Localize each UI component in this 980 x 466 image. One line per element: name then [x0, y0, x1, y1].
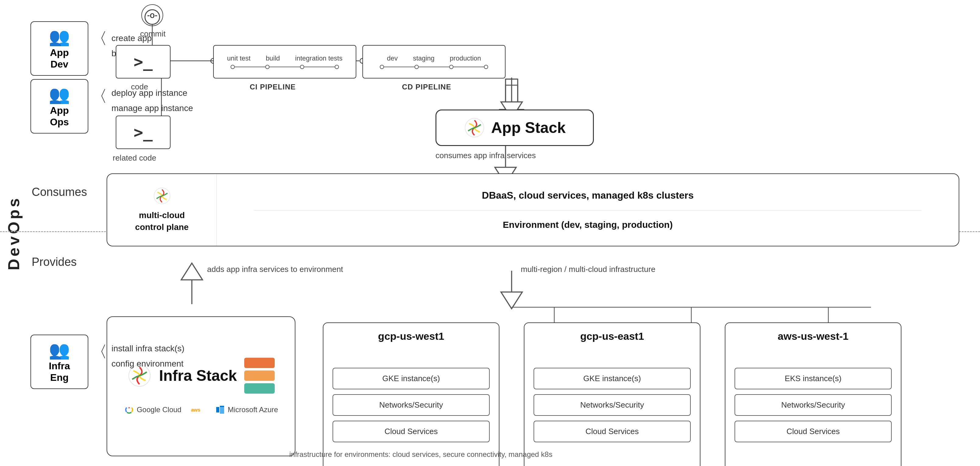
cp-left: multi-cloudcontrol plane	[107, 174, 217, 246]
cd-stage-staging: staging	[413, 54, 434, 62]
cp-divider	[254, 210, 921, 211]
diagram-container: DevOps 👥 AppDev 〈 create app build app 👥…	[0, 0, 980, 466]
region-gcp-east1-title: gcp-us-east1	[524, 323, 700, 348]
app-ops-bracket: 〈	[91, 88, 107, 104]
aws-icon: aws	[191, 405, 206, 414]
region-gcp-west1-services: GKE instance(s) Networks/Security Cloud …	[323, 348, 499, 466]
app-ops-icon: 👥	[37, 84, 82, 105]
ci-stage-build: build	[266, 54, 280, 62]
control-plane-box: multi-cloudcontrol plane DBaaS, cloud se…	[107, 173, 959, 246]
cd-stage-production: production	[450, 54, 481, 62]
stack-block-teal	[244, 383, 275, 394]
related-code-label: related code	[113, 153, 156, 163]
ci-line-1	[235, 67, 265, 67]
infra-eng-actions: install infra stack(s) config environmen…	[111, 344, 185, 369]
svg-marker-29	[501, 292, 522, 309]
app-stack-title: App Stack	[491, 119, 566, 136]
adds-infra-label: adds app infra services to environment	[207, 265, 343, 274]
code-terminal-symbol: >_	[134, 52, 153, 71]
gcp-west1-service-1: GKE instance(s)	[332, 368, 490, 389]
stack-block-orange2	[244, 371, 275, 381]
app-ops-action-2: manage app instance	[111, 103, 193, 113]
cd-dot-1	[380, 65, 384, 69]
region-gcp-east1: gcp-us-east1 GKE instance(s) Networks/Se…	[524, 322, 700, 466]
ci-pipeline-label: CI PIPELINE	[250, 83, 296, 91]
multi-region-text: multi-region / multi-cloud infrastructur…	[521, 265, 655, 274]
region-aws-west1-title: aws-us-west-1	[725, 323, 901, 348]
adds-infra-text: adds app infra services to environment	[207, 265, 343, 274]
cp-crossplane-logo	[153, 187, 171, 205]
ci-dot-1	[231, 65, 235, 69]
app-stack-crossplane-logo	[464, 117, 485, 138]
ci-dot-3	[300, 65, 304, 69]
ci-stages-row: unit test build integration tests	[227, 54, 343, 62]
provides-label: Provides	[32, 255, 77, 269]
region-gcp-west1: gcp-us-west1 GKE instance(s) Networks/Se…	[323, 322, 500, 466]
infra-stack-blocks	[244, 358, 275, 394]
cd-dot-3	[449, 65, 453, 69]
app-dev-label: AppDev	[37, 47, 82, 70]
google-cloud-icon	[124, 404, 134, 415]
azure-label: Microsoft Azure	[228, 406, 278, 414]
app-dev-box: 👥 AppDev	[30, 21, 88, 76]
region-gcp-west1-title: gcp-us-west1	[323, 323, 499, 348]
cd-pipeline-box: dev staging production	[363, 45, 506, 78]
devops-label: DevOps	[5, 196, 23, 270]
ci-line-3	[304, 67, 335, 67]
cp-title: multi-cloudcontrol plane	[135, 209, 189, 233]
cd-dots-row	[380, 65, 488, 69]
cd-pipeline-label: CD PIPELINE	[402, 83, 451, 91]
azure-icon	[215, 404, 225, 415]
infra-eng-bracket: 〈	[91, 344, 107, 360]
ci-pipeline-box: unit test build integration tests	[213, 45, 356, 78]
commit-label: commit	[140, 29, 165, 39]
infra-eng-box: 👥 InfraEng	[30, 334, 88, 389]
gcp-west1-service-2: Networks/Security	[332, 394, 490, 416]
cd-stage-dev: dev	[387, 54, 398, 62]
cp-environment: Environment (dev, staging, production)	[503, 220, 673, 230]
cp-right: DBaaS, cloud services, managed k8s clust…	[217, 174, 959, 246]
app-ops-actions: deploy app instance manage app instance	[111, 88, 193, 113]
svg-text:aws: aws	[191, 407, 200, 412]
ci-dot-2	[265, 65, 269, 69]
commit-icon: -o-	[141, 4, 163, 26]
cd-line-1	[384, 67, 414, 67]
svg-rect-38	[216, 407, 219, 412]
cd-stages-row: dev staging production	[387, 54, 481, 62]
aws-west1-service-3: Cloud Services	[735, 421, 892, 442]
cloud-logos: Google Cloud aws Microsoft Azure	[124, 404, 278, 415]
svg-marker-27	[181, 263, 202, 280]
infra-eng-group: 👥 InfraEng 〈 install infra stack(s) conf…	[30, 334, 185, 389]
region-aws-west1: aws-us-west-1 EKS instance(s) Networks/S…	[725, 322, 901, 466]
cd-dot-4	[484, 65, 488, 69]
app-stack-box: App Stack	[436, 109, 594, 146]
gcp-east1-service-3: Cloud Services	[533, 421, 691, 442]
ci-stage-integration: integration tests	[295, 54, 342, 62]
code-label: code	[131, 82, 148, 92]
devops-sidebar: DevOps	[0, 0, 27, 466]
google-cloud-logo: Google Cloud	[124, 404, 181, 415]
related-code-terminal-symbol: >_	[134, 123, 153, 141]
infra-eng-action-1: install infra stack(s)	[111, 344, 185, 353]
app-dev-icon: 👥	[37, 27, 82, 47]
ci-stage-unittest: unit test	[227, 54, 251, 62]
gcp-east1-service-1: GKE instance(s)	[533, 368, 691, 389]
app-dev-bracket: 〈	[91, 30, 107, 46]
aws-west1-service-2: Networks/Security	[735, 394, 892, 416]
code-terminal-box: >_	[116, 45, 170, 78]
azure-logo: Microsoft Azure	[215, 404, 278, 415]
ci-dots-row	[231, 65, 339, 69]
related-code-terminal-box: >_	[116, 116, 170, 149]
cd-dot-2	[414, 65, 419, 69]
app-ops-box: 👥 AppOps	[30, 79, 88, 133]
infra-eng-action-2: config environment	[111, 359, 185, 369]
cd-line-3	[453, 67, 484, 67]
aws-logo: aws	[191, 405, 206, 414]
app-ops-action-1: deploy app instance	[111, 88, 193, 98]
stack-block-orange	[244, 358, 275, 368]
multi-region-label: multi-region / multi-cloud infrastructur…	[521, 265, 655, 274]
aws-west1-service-1: EKS instance(s)	[735, 368, 892, 389]
region-aws-west1-services: EKS instance(s) Networks/Security Cloud …	[725, 348, 901, 466]
cd-line-2	[419, 67, 449, 67]
footer-text: infrastructure for environments: cloud s…	[289, 450, 552, 459]
